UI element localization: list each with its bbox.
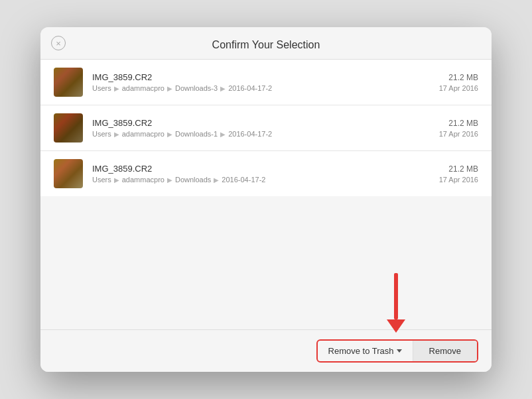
path-arrow: ▶ <box>114 131 119 138</box>
file-size: 21.2 MB <box>439 73 478 82</box>
path-arrow: ▶ <box>220 131 226 138</box>
file-path: Users▶adammacpro▶Downloads▶2016-04-17-2 <box>92 176 439 184</box>
file-size: 21.2 MB <box>439 164 478 174</box>
path-segment: adammacpro <box>122 130 165 138</box>
file-path: Users▶adammacpro▶Downloads-3▶2016-04-17-… <box>92 84 439 92</box>
dialog-footer: Remove to Trash Remove <box>40 329 492 372</box>
path-segment: Downloads-1 <box>175 130 218 138</box>
file-name: IMG_3859.CR2 <box>92 118 439 128</box>
path-arrow: ▶ <box>167 131 172 138</box>
dialog-title: Confirm Your Selection <box>212 39 320 51</box>
file-thumbnail <box>54 159 83 188</box>
file-size: 21.2 MB <box>439 119 478 128</box>
close-button[interactable]: × <box>51 36 66 50</box>
path-segment: 2016-04-17-2 <box>228 130 272 138</box>
path-segment: Users <box>92 176 111 184</box>
path-segment: adammacpro <box>122 176 165 184</box>
path-segment: Downloads-3 <box>175 84 218 92</box>
file-info: IMG_3859.CR2Users▶adammacpro▶Downloads-1… <box>92 118 439 138</box>
path-segment: adammacpro <box>122 84 165 92</box>
file-date: 17 Apr 2016 <box>439 176 478 184</box>
file-path: Users▶adammacpro▶Downloads-1▶2016-04-17-… <box>92 130 439 138</box>
file-info: IMG_3859.CR2Users▶adammacpro▶Downloads▶2… <box>92 164 439 184</box>
arrow-container <box>40 263 492 329</box>
file-meta: 21.2 MB17 Apr 2016 <box>439 73 478 92</box>
file-thumbnail <box>54 68 83 97</box>
file-date: 17 Apr 2016 <box>439 84 478 92</box>
chevron-down-icon <box>397 349 402 353</box>
dialog-header: × Confirm Your Selection <box>40 27 492 59</box>
footer-actions: Remove to Trash Remove <box>316 339 478 363</box>
arrow-head <box>387 319 405 333</box>
file-name: IMG_3859.CR2 <box>92 164 439 174</box>
path-segment: 2016-04-17-2 <box>228 84 272 92</box>
path-arrow: ▶ <box>220 85 226 92</box>
path-arrow: ▶ <box>214 176 219 184</box>
red-arrow <box>387 273 405 333</box>
confirm-dialog: × Confirm Your Selection IMG_3859.CR2Use… <box>40 27 492 372</box>
file-item: IMG_3859.CR2Users▶adammacpro▶Downloads▶2… <box>40 151 492 196</box>
file-item: IMG_3859.CR2Users▶adammacpro▶Downloads-1… <box>40 105 492 151</box>
file-thumbnail <box>54 113 83 142</box>
file-name: IMG_3859.CR2 <box>92 72 439 82</box>
file-list: IMG_3859.CR2Users▶adammacpro▶Downloads-3… <box>40 60 492 263</box>
arrow-shaft <box>394 273 398 319</box>
path-arrow: ▶ <box>114 85 119 92</box>
path-segment: Users <box>92 84 111 92</box>
file-meta: 21.2 MB17 Apr 2016 <box>439 119 478 138</box>
file-date: 17 Apr 2016 <box>439 130 478 138</box>
path-segment: Downloads <box>175 176 211 184</box>
close-icon: × <box>56 39 61 48</box>
path-segment: 2016-04-17-2 <box>222 176 265 184</box>
remove-to-trash-label: Remove to Trash <box>328 346 394 356</box>
path-segment: Users <box>92 130 111 138</box>
remove-to-trash-button[interactable]: Remove to Trash <box>318 341 413 361</box>
file-meta: 21.2 MB17 Apr 2016 <box>439 164 478 184</box>
path-arrow: ▶ <box>114 176 119 184</box>
path-arrow: ▶ <box>167 176 172 184</box>
remove-button[interactable]: Remove <box>413 341 477 361</box>
path-arrow: ▶ <box>167 85 172 92</box>
file-info: IMG_3859.CR2Users▶adammacpro▶Downloads-3… <box>92 72 439 92</box>
file-item: IMG_3859.CR2Users▶adammacpro▶Downloads-3… <box>40 60 492 105</box>
